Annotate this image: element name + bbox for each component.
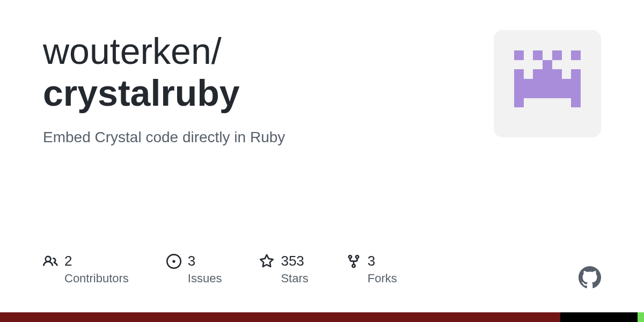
avatar[interactable] xyxy=(494,30,601,137)
identicon-icon xyxy=(504,41,590,127)
svg-rect-1 xyxy=(533,50,543,60)
contributors-label: Contributors xyxy=(64,272,129,286)
language-segment xyxy=(638,312,644,322)
forks-label: Forks xyxy=(368,272,397,286)
svg-rect-3 xyxy=(552,50,562,60)
stars-value: 353 xyxy=(281,253,308,269)
svg-rect-5 xyxy=(514,69,524,79)
repo-name[interactable]: crystalruby xyxy=(43,72,494,114)
language-segment xyxy=(0,312,560,322)
stars-label: Stars xyxy=(281,272,308,286)
repo-separator: / xyxy=(211,31,222,71)
stat-contributors[interactable]: 2 Contributors xyxy=(43,253,129,286)
repo-path[interactable]: wouterken/ crystalruby xyxy=(43,30,494,114)
repo-stats: 2 Contributors 3 Issues 353 Stars xyxy=(43,253,397,286)
stat-forks[interactable]: 3 Forks xyxy=(346,253,397,286)
language-segment xyxy=(560,312,638,322)
language-bar xyxy=(0,312,644,322)
issue-icon xyxy=(166,254,181,269)
people-icon xyxy=(43,254,58,269)
svg-rect-10 xyxy=(514,79,581,98)
issues-label: Issues xyxy=(188,272,222,286)
svg-rect-2 xyxy=(543,60,552,70)
repo-description: Embed Crystal code directly in Ruby xyxy=(43,129,494,146)
svg-rect-7 xyxy=(543,69,552,79)
github-logo-icon[interactable] xyxy=(579,266,601,289)
svg-rect-4 xyxy=(571,50,581,60)
issues-value: 3 xyxy=(188,253,222,269)
repo-owner[interactable]: wouterken xyxy=(43,31,211,71)
star-icon xyxy=(259,254,274,269)
repo-title-section: wouterken/ crystalruby Embed Crystal cod… xyxy=(43,30,494,146)
forks-value: 3 xyxy=(368,253,397,269)
svg-rect-0 xyxy=(514,50,524,60)
svg-rect-6 xyxy=(533,69,543,79)
stat-stars[interactable]: 353 Stars xyxy=(259,253,308,286)
svg-rect-11 xyxy=(514,98,524,108)
svg-rect-9 xyxy=(571,69,581,79)
contributors-value: 2 xyxy=(64,253,129,269)
svg-rect-12 xyxy=(571,98,581,108)
stat-issues[interactable]: 3 Issues xyxy=(166,253,222,286)
fork-icon xyxy=(346,254,361,269)
svg-rect-8 xyxy=(552,69,562,79)
